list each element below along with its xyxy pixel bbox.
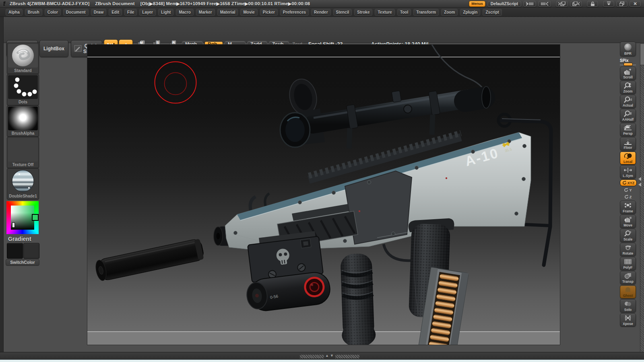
menu-item-edit[interactable]: Edit	[109, 9, 122, 16]
main-color-swatch[interactable]	[7, 243, 23, 259]
scale-magnifier-icon	[620, 229, 636, 238]
smg-model[interactable]: A-10 35.5	[94, 45, 551, 345]
lightbox-button[interactable]: LightBox	[39, 40, 68, 57]
polyf-label: PolyF	[623, 266, 632, 269]
menu-item-stroke[interactable]: Stroke	[354, 9, 372, 16]
menu-item-zplugin[interactable]: Zplugin	[460, 9, 480, 16]
menu-item-tool[interactable]: Tool	[397, 9, 411, 16]
menu-item-preferences[interactable]: Preferences	[280, 9, 309, 16]
rotate-y-button[interactable]: Y	[620, 187, 636, 193]
right-tray-scrollbar[interactable]	[640, 43, 644, 354]
move-shelf-button[interactable]: Move	[620, 215, 636, 228]
foregrip	[339, 253, 376, 345]
restore-icon[interactable]	[616, 1, 627, 7]
spix-handle[interactable]	[623, 63, 633, 66]
rotate-shelf-button[interactable]: Rotate	[620, 243, 636, 256]
current-brush-tile[interactable]: Standard	[7, 43, 39, 74]
aahalf-icon	[620, 109, 636, 118]
solo-button[interactable]: Solo	[620, 299, 636, 313]
bottom-tray-divider[interactable]: ▲ ▼	[0, 352, 644, 360]
menu-item-movie[interactable]: Movie	[240, 9, 257, 16]
bottom-tray-edge	[0, 360, 644, 362]
minimize-icon[interactable]	[603, 1, 614, 7]
color-picker[interactable]	[6, 201, 39, 234]
bottom-divider-handle[interactable]: ▲ ▼	[325, 354, 334, 358]
bpr-render-icon	[620, 42, 636, 52]
switch-color-button[interactable]: SwitchColor	[6, 259, 39, 266]
bpr-button[interactable]: BPR	[620, 42, 636, 56]
pencil-icon	[74, 45, 82, 52]
divider-grip[interactable]	[300, 355, 324, 358]
scroll-button[interactable]: Scroll	[620, 67, 636, 80]
alpha-tile-label: BrushAlpha	[7, 131, 39, 136]
local-button[interactable]: Local	[620, 151, 636, 165]
menu-item-marker[interactable]: Marker	[196, 9, 215, 16]
rotate-xyz-button[interactable]: XYZ	[620, 179, 637, 186]
aahalf-button[interactable]: AAHalf	[620, 109, 636, 122]
sculpt-viewport: A-10 35.5	[87, 45, 560, 345]
menu-item-picker[interactable]: Picker	[260, 9, 278, 16]
menus-button[interactable]: Menus	[469, 1, 485, 7]
suppressor	[94, 238, 205, 282]
close-icon[interactable]: ✕	[630, 1, 641, 7]
menu-item-brush[interactable]: Brush	[25, 9, 42, 16]
bpr-label: BPR	[624, 52, 632, 56]
current-stroke-tile[interactable]: Dots	[7, 74, 39, 105]
default-zscript-button[interactable]: DefaultZScript	[487, 1, 521, 7]
menu-item-layer[interactable]: Layer	[139, 9, 156, 16]
menu-item-light[interactable]: Light	[158, 9, 173, 16]
scrollbar-thumb[interactable]	[640, 44, 644, 65]
slider-left-icon[interactable]	[523, 1, 536, 7]
menu-item-alpha[interactable]: Alpha	[6, 9, 23, 16]
lsym-button[interactable]: L.Sym	[620, 165, 636, 179]
current-alpha-tile[interactable]: BrushAlpha	[7, 105, 39, 137]
secondary-color-swatch[interactable]	[23, 243, 39, 259]
slider-right-icon[interactable]	[538, 1, 551, 7]
menu-item-transform[interactable]: Transform	[413, 9, 439, 16]
ghost-label: Ghost	[623, 294, 633, 298]
sv-square[interactable]	[11, 206, 34, 230]
xpose-button[interactable]: Xpose	[620, 313, 636, 327]
doubleshade-material-icon	[8, 169, 38, 193]
aahalf-label: AAHalf	[622, 118, 634, 121]
menu-item-file[interactable]: File	[124, 9, 137, 16]
top-shelf: Projection Master LightBox Quick Sketch …	[0, 17, 644, 43]
spix-slider[interactable]: SPix	[620, 57, 636, 66]
menu-item-macro[interactable]: Macro	[176, 9, 193, 16]
menu-item-render[interactable]: Render	[311, 9, 330, 16]
menu-item-zoom[interactable]: Zoom	[441, 9, 458, 16]
ghost-button[interactable]: Ghost	[620, 285, 636, 298]
menu-item-document[interactable]: Document	[63, 9, 89, 16]
menu-item-stencil[interactable]: Stencil	[333, 9, 352, 16]
menu-item-texture[interactable]: Texture	[375, 9, 394, 16]
persp-button[interactable]: Persp	[620, 123, 636, 136]
left-tray-divider[interactable]	[0, 17, 4, 362]
current-texture-tile[interactable]: Texture Off	[7, 137, 39, 168]
rotate-z-button[interactable]: Z	[620, 194, 636, 200]
menu-item-color[interactable]: Color	[45, 9, 61, 16]
panels-front-icon[interactable]	[570, 1, 582, 7]
actual-button[interactable]: x1 Actual	[620, 95, 636, 108]
zoom-button[interactable]: Zoom	[620, 81, 636, 94]
transp-button[interactable]: Transp	[620, 271, 636, 284]
panels-back-icon[interactable]	[556, 1, 568, 7]
scale-shelf-button[interactable]: Scale	[620, 229, 636, 242]
transp-label: Transp	[622, 280, 634, 284]
right-tray-divider-handle[interactable]	[638, 177, 641, 187]
floor-button[interactable]: : Y : Floor	[620, 137, 636, 150]
lock-icon[interactable]	[587, 1, 598, 7]
menu-item-zscript[interactable]: Zscript	[483, 9, 502, 16]
document-canvas[interactable]: A-10 35.5	[87, 44, 560, 345]
rotate-sphere-icon	[620, 243, 636, 252]
menu-item-material[interactable]: Material	[217, 9, 238, 16]
current-material-tile[interactable]: DoubleShade1	[7, 168, 39, 200]
frame-button[interactable]: Frame	[620, 201, 636, 214]
polyf-button[interactable]: PolyF	[620, 257, 636, 270]
divider-grip[interactable]	[335, 355, 359, 358]
hue-cursor[interactable]	[32, 214, 39, 221]
dots-stroke-icon	[8, 75, 38, 99]
menu-item-draw[interactable]: Draw	[91, 9, 106, 16]
frame-label: Frame	[623, 210, 633, 213]
gradient-toggle[interactable]: Gradient	[8, 236, 31, 242]
sv-cursor[interactable]	[12, 222, 15, 228]
